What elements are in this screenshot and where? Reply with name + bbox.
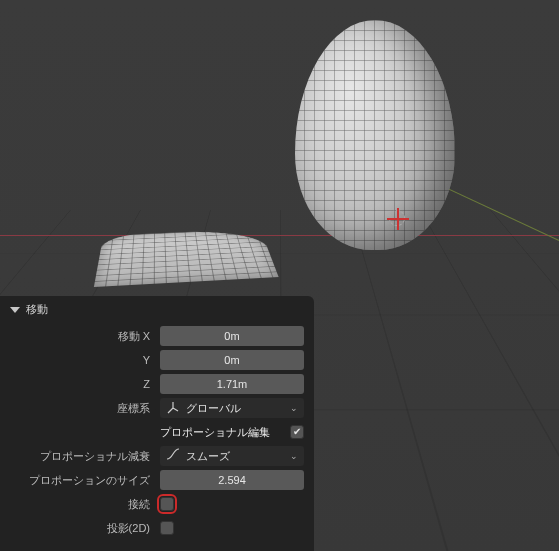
chevron-down-icon: ⌄ [290, 451, 298, 461]
operator-panel: 移動 移動 X 0m Y 0m Z 1.71m 座標系 グローバル ⌄ プロポー… [0, 296, 314, 551]
axes-icon [166, 401, 180, 415]
projected-label: 投影(2D) [10, 521, 160, 536]
proportional-size-label: プロポーションのサイズ [10, 473, 160, 488]
falloff-label: プロポーショナル減衰 [10, 449, 160, 464]
move-y-label: Y [10, 354, 160, 366]
panel-title: 移動 [26, 302, 48, 317]
panel-header[interactable]: 移動 [10, 302, 304, 317]
orientation-value: グローバル [186, 401, 241, 416]
mesh-egg[interactable] [295, 20, 455, 250]
move-x-field[interactable]: 0m [160, 326, 304, 346]
proportional-checkbox[interactable] [290, 425, 304, 439]
falloff-value: スムーズ [186, 449, 230, 464]
move-z-field[interactable]: 1.71m [160, 374, 304, 394]
chevron-down-icon: ⌄ [290, 403, 298, 413]
cursor-3d-icon [389, 210, 405, 226]
connected-label: 接続 [10, 497, 160, 512]
projected-checkbox[interactable] [160, 521, 174, 535]
orientation-dropdown[interactable]: グローバル ⌄ [160, 398, 304, 418]
falloff-dropdown[interactable]: スムーズ ⌄ [160, 446, 304, 466]
mesh-plane[interactable] [94, 229, 279, 287]
smooth-curve-icon [166, 448, 180, 464]
disclosure-triangle-icon [10, 307, 20, 313]
move-y-field[interactable]: 0m [160, 350, 304, 370]
proportional-section-label: プロポーショナル編集 [160, 425, 270, 440]
axis-x [0, 235, 559, 236]
move-x-label: 移動 X [10, 329, 160, 344]
proportional-size-field[interactable]: 2.594 [160, 470, 304, 490]
move-z-label: Z [10, 378, 160, 390]
orientation-label: 座標系 [10, 401, 160, 416]
connected-checkbox[interactable] [160, 497, 174, 511]
